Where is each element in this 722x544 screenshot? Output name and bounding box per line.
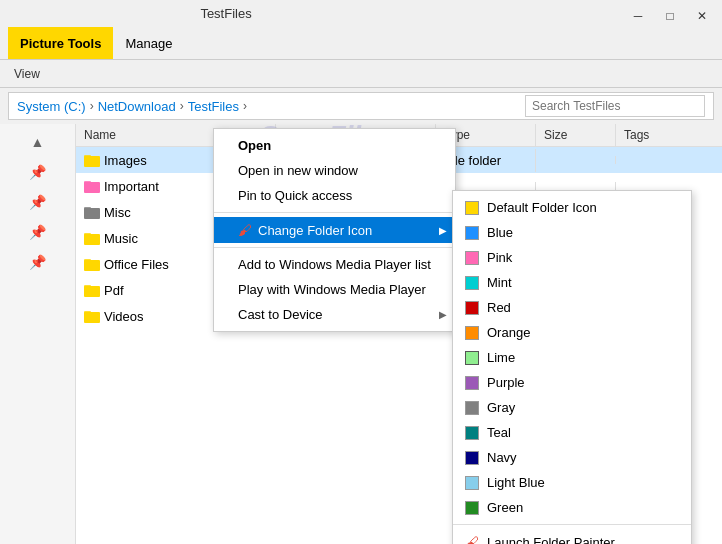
ctx-change-folder-icon[interactable]: 🖌 Change Folder Icon ▶ (214, 217, 455, 243)
ribbon-row: View (0, 60, 722, 88)
svg-rect-11 (84, 285, 91, 288)
address-bar: System (C:) › NetDownload › TestFiles › (8, 92, 714, 120)
nav-icon-2[interactable]: 📌 (26, 190, 50, 214)
swatch-purple (465, 376, 479, 390)
ctx-divider-1 (214, 212, 455, 213)
folder-icon (84, 205, 100, 219)
submenu-red[interactable]: Red (453, 295, 691, 320)
swatch-mint (465, 276, 479, 290)
submenu-divider (453, 524, 691, 525)
svg-rect-7 (84, 233, 91, 236)
close-button[interactable]: ✕ (686, 4, 718, 28)
swatch-lime (465, 351, 479, 365)
svg-rect-1 (84, 155, 91, 158)
folder-icon (84, 179, 100, 193)
submenu-purple[interactable]: Purple (453, 370, 691, 395)
maximize-button[interactable]: □ (654, 4, 686, 28)
svg-rect-9 (84, 259, 91, 262)
launch-paint-icon: 🖌 (465, 534, 479, 544)
submenu-default-folder[interactable]: Default Folder Icon (453, 195, 691, 220)
file-size (536, 182, 616, 190)
nav-icon-4[interactable]: 📌 (26, 250, 50, 274)
window-controls: ─ □ ✕ (622, 0, 722, 59)
svg-rect-3 (84, 181, 91, 184)
context-menu: Open Open in new window Pin to Quick acc… (213, 128, 456, 332)
submenu-pink[interactable]: Pink (453, 245, 691, 270)
submenu-arrow: ▶ (439, 225, 447, 236)
search-input[interactable] (525, 95, 705, 117)
ctx-pin-quick-access[interactable]: Pin to Quick access (214, 183, 455, 208)
cast-arrow: ▶ (439, 309, 447, 320)
submenu-lime[interactable]: Lime (453, 345, 691, 370)
swatch-default (465, 201, 479, 215)
swatch-orange (465, 326, 479, 340)
ctx-cast-device[interactable]: Cast to Device ▶ (214, 302, 455, 327)
submenu-light-blue[interactable]: Light Blue (453, 470, 691, 495)
breadcrumb-netdownload[interactable]: NetDownload (98, 99, 176, 114)
folder-icon-submenu: Default Folder Icon Blue Pink Mint Red O… (452, 190, 692, 544)
ribbon-view[interactable]: View (8, 65, 46, 83)
paint-icon: 🖌 (238, 222, 252, 238)
submenu-mint[interactable]: Mint (453, 270, 691, 295)
ribbon-tab-picture-tools[interactable]: Picture Tools (8, 27, 113, 59)
svg-rect-13 (84, 311, 91, 314)
submenu-launch-painter[interactable]: 🖌 Launch Folder Painter (453, 529, 691, 544)
ctx-add-wmp[interactable]: Add to Windows Media Player list (214, 252, 455, 277)
nav-pin-icon[interactable]: 📌 (26, 160, 50, 184)
folder-icon (84, 231, 100, 245)
swatch-teal (465, 426, 479, 440)
submenu-orange[interactable]: Orange (453, 320, 691, 345)
svg-rect-5 (84, 207, 91, 210)
swatch-light-blue (465, 476, 479, 490)
title-bar: Picture Tools Manage TestFiles ─ □ ✕ (0, 0, 722, 60)
nav-up-icon[interactable]: ▲ (26, 130, 50, 154)
folder-icon (84, 257, 100, 271)
ctx-open[interactable]: Open (214, 133, 455, 158)
col-header-size[interactable]: Size (536, 124, 616, 146)
ctx-play-wmp[interactable]: Play with Windows Media Player (214, 277, 455, 302)
swatch-red (465, 301, 479, 315)
submenu-navy[interactable]: Navy (453, 445, 691, 470)
breadcrumb-testfiles[interactable]: TestFiles (188, 99, 239, 114)
swatch-blue (465, 226, 479, 240)
window-title: TestFiles (184, 0, 622, 21)
ctx-divider-2 (214, 247, 455, 248)
folder-icon (84, 309, 100, 323)
folder-icon (84, 153, 100, 167)
swatch-green (465, 501, 479, 515)
minimize-button[interactable]: ─ (622, 4, 654, 28)
ribbon-tab-manage[interactable]: Manage (113, 27, 184, 59)
folder-icon (84, 283, 100, 297)
file-tags (616, 182, 722, 190)
swatch-navy (465, 451, 479, 465)
swatch-gray (465, 401, 479, 415)
submenu-blue[interactable]: Blue (453, 220, 691, 245)
nav-icon-3[interactable]: 📌 (26, 220, 50, 244)
nav-panel: ▲ 📌 📌 📌 📌 (0, 124, 76, 544)
col-header-tags[interactable]: Tags (616, 124, 722, 146)
swatch-pink (465, 251, 479, 265)
submenu-green[interactable]: Green (453, 495, 691, 520)
file-tags (616, 156, 722, 164)
file-size (536, 156, 616, 164)
submenu-teal[interactable]: Teal (453, 420, 691, 445)
ctx-open-new-window[interactable]: Open in new window (214, 158, 455, 183)
breadcrumb-system[interactable]: System (C:) (17, 99, 86, 114)
submenu-gray[interactable]: Gray (453, 395, 691, 420)
